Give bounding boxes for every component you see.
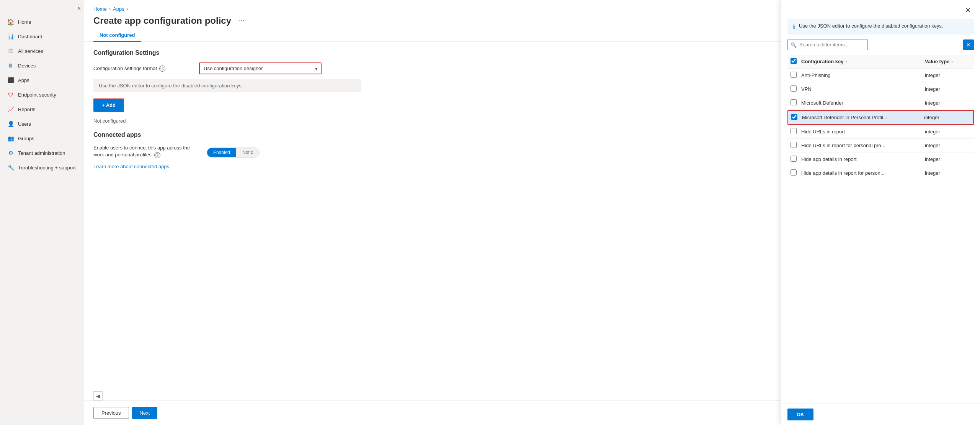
endpoint-icon: 🛡 xyxy=(7,91,14,98)
row-key-hide-urls-personal: Hide URLs in report for personal pro... xyxy=(801,143,925,148)
row-checkbox-anti-phishing[interactable] xyxy=(791,72,797,78)
panel-table-header: Configuration key ↑↓ Value type ↑ xyxy=(787,55,974,69)
tenant-icon: ⚙ xyxy=(7,149,14,156)
row-val-hide-app-details: integer xyxy=(925,156,971,162)
toggle-not-configured[interactable]: Not c xyxy=(236,148,259,157)
table-row-selected: Microsoft Defender in Personal Profil...… xyxy=(787,110,974,125)
more-options-button[interactable]: ··· xyxy=(236,15,248,26)
sort-icon-val[interactable]: ↑ xyxy=(951,59,953,64)
panel-search-wrapper: 🔍 xyxy=(787,39,962,50)
row-checkbox-hide-app-details-personal[interactable] xyxy=(791,169,797,176)
table-row: Hide app details in report integer xyxy=(787,153,974,166)
panel-search-icon: 🔍 xyxy=(791,42,797,48)
row-checkbox-ms-defender[interactable] xyxy=(791,99,797,105)
config-format-select[interactable]: Use configuration designer xyxy=(200,63,321,74)
row-checkbox-col xyxy=(791,169,801,177)
table-row: Hide app details in report for person...… xyxy=(787,166,974,180)
sidebar-item-devices[interactable]: 🖥 Devices xyxy=(0,58,84,73)
devices-icon: 🖥 xyxy=(7,62,14,69)
sidebar-item-label: Users xyxy=(18,121,31,127)
row-val-hide-urls: integer xyxy=(925,129,971,135)
sidebar-item-label: Home xyxy=(18,19,31,25)
sidebar-item-label: Apps xyxy=(18,77,29,83)
row-key-anti-phishing: Anti-Phishing xyxy=(801,72,925,78)
tab-not-configured[interactable]: Not configured xyxy=(93,29,141,42)
dashboard-icon: 📊 xyxy=(7,33,14,40)
sidebar-item-reports[interactable]: 📈 Reports xyxy=(0,102,84,117)
row-val-anti-phishing: integer xyxy=(925,72,971,78)
row-val-hide-urls-personal: integer xyxy=(925,143,971,148)
add-button[interactable]: + Add xyxy=(93,98,124,112)
panel-value-type-header: Value type ↑ xyxy=(925,59,971,64)
config-format-select-wrapper: Use configuration designer ▾ xyxy=(199,62,322,74)
row-checkbox-ms-defender-personal[interactable] xyxy=(791,114,797,120)
sidebar-item-all-services[interactable]: ☰ All services xyxy=(0,44,84,58)
sidebar-item-label: Endpoint security xyxy=(18,92,56,98)
scroll-left-button[interactable]: ◀ xyxy=(93,391,103,400)
row-key-ms-defender-personal: Microsoft Defender in Personal Profil... xyxy=(802,115,924,120)
row-val-ms-defender: integer xyxy=(925,100,971,106)
info-circle-icon: ℹ xyxy=(793,23,795,31)
sidebar-item-label: Troubleshooting + support xyxy=(18,165,76,171)
row-checkbox-hide-urls[interactable] xyxy=(791,128,797,134)
row-key-hide-app-details-personal: Hide app details in report for person... xyxy=(801,170,925,176)
sidebar-item-groups[interactable]: 👥 Groups xyxy=(0,131,84,146)
users-icon: 👤 xyxy=(7,120,14,127)
sidebar-item-tenant[interactable]: ⚙ Tenant administration xyxy=(0,146,84,160)
panel-header: ✕ xyxy=(781,0,980,19)
groups-icon: 👥 xyxy=(7,135,14,142)
row-val-hide-app-details-personal: integer xyxy=(925,170,971,176)
sidebar-collapse[interactable]: « xyxy=(0,3,84,15)
breadcrumb-home[interactable]: Home xyxy=(93,6,107,12)
previous-button[interactable]: Previous xyxy=(93,407,129,419)
panel-clear-button[interactable]: ✕ xyxy=(963,39,974,50)
sidebar-item-endpoint[interactable]: 🛡 Endpoint security xyxy=(0,87,84,102)
breadcrumb-separator-1: › xyxy=(109,6,111,12)
panel-overlay: ✕ ℹ Use the JSON editor to configure the… xyxy=(781,0,980,425)
sidebar-item-label: Groups xyxy=(18,136,34,141)
panel-select-all-checkbox[interactable] xyxy=(791,58,797,64)
sidebar-item-label: Devices xyxy=(18,63,36,69)
row-val-vpn: integer xyxy=(925,86,971,92)
panel-ok-button[interactable]: OK xyxy=(787,409,813,420)
sidebar-item-dashboard[interactable]: 📊 Dashboard xyxy=(0,29,84,44)
panel-info-box: ℹ Use the JSON editor to configure the d… xyxy=(787,19,974,34)
toggle-enabled[interactable]: Enabled xyxy=(207,148,236,157)
sidebar-item-troubleshooting[interactable]: 🔧 Troubleshooting + support xyxy=(0,160,84,175)
home-icon: 🏠 xyxy=(7,18,14,25)
connected-apps-toggle-row: Enabled Not c xyxy=(207,148,260,158)
table-row: VPN integer xyxy=(787,82,974,96)
row-checkbox-col xyxy=(791,128,801,135)
sidebar-item-home[interactable]: 🏠 Home xyxy=(0,15,84,29)
row-key-hide-urls: Hide URLs in report xyxy=(801,129,925,135)
breadcrumb-separator-2: › xyxy=(127,6,128,12)
sort-icon[interactable]: ↑↓ xyxy=(845,59,849,64)
table-row: Microsoft Defender integer xyxy=(787,96,974,110)
collapse-button[interactable]: « xyxy=(77,5,81,11)
row-checkbox-hide-urls-personal[interactable] xyxy=(791,142,797,148)
breadcrumb-apps[interactable]: Apps xyxy=(113,6,124,12)
sidebar-item-apps[interactable]: ⬛ Apps xyxy=(0,73,84,87)
row-key-ms-defender: Microsoft Defender xyxy=(801,100,925,106)
row-checkbox-col xyxy=(791,114,802,121)
panel-footer: OK xyxy=(781,404,980,425)
row-checkbox-vpn[interactable] xyxy=(791,85,797,92)
connected-apps-desc: Enable users to connect this app across … xyxy=(93,144,201,158)
config-format-info-icon[interactable]: ⓘ xyxy=(159,66,165,72)
connected-apps-toggle: Enabled Not c xyxy=(207,148,260,158)
table-row: Hide URLs in report for personal pro... … xyxy=(787,139,974,153)
row-checkbox-hide-app-details[interactable] xyxy=(791,156,797,162)
services-icon: ☰ xyxy=(7,48,14,54)
panel-close-button[interactable]: ✕ xyxy=(962,5,974,16)
row-checkbox-col xyxy=(791,72,801,79)
row-val-ms-defender-personal: integer xyxy=(924,115,970,120)
sidebar-item-users[interactable]: 👤 Users xyxy=(0,117,84,131)
next-button[interactable]: Next xyxy=(132,407,158,419)
row-checkbox-col xyxy=(791,156,801,163)
connected-apps-info-icon[interactable]: ⓘ xyxy=(154,152,160,158)
row-key-hide-app-details: Hide app details in report xyxy=(801,156,925,162)
config-format-label: Configuration settings format ⓘ xyxy=(93,66,193,72)
panel-search-input[interactable] xyxy=(787,39,868,50)
sidebar-item-label: All services xyxy=(18,48,43,54)
row-checkbox-col xyxy=(791,99,801,107)
